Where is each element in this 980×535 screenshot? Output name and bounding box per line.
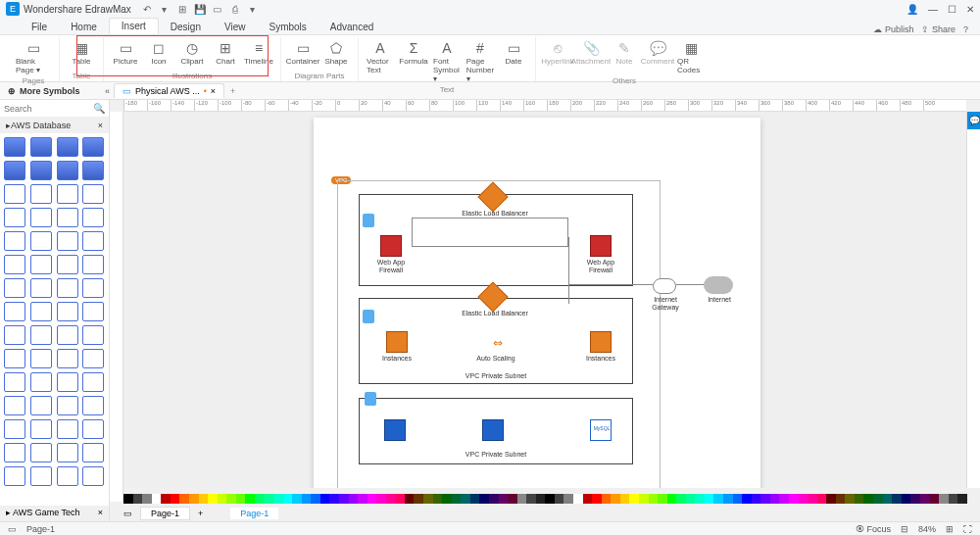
color-swatch[interactable] (479, 494, 489, 504)
new-doc-button[interactable]: + (230, 86, 235, 96)
more-dropdown[interactable]: ▾ (247, 4, 259, 15)
color-swatch[interactable] (883, 494, 893, 504)
tab-design[interactable]: Design (159, 20, 213, 34)
color-swatch[interactable] (873, 494, 883, 504)
color-bar[interactable] (123, 494, 966, 504)
color-swatch[interactable] (808, 494, 817, 504)
color-swatch[interactable] (620, 494, 630, 504)
formula-button[interactable]: ΣFormula (398, 37, 429, 85)
shape-item[interactable] (82, 137, 104, 157)
zoom-out-icon[interactable]: ⊟ (901, 524, 908, 534)
shape-item[interactable] (4, 466, 25, 486)
color-swatch[interactable] (376, 494, 386, 504)
color-swatch[interactable] (676, 494, 686, 504)
color-swatch[interactable] (789, 494, 799, 504)
inst-right-icon[interactable] (590, 331, 612, 353)
color-swatch[interactable] (592, 494, 602, 504)
color-swatch[interactable] (817, 494, 827, 504)
color-swatch[interactable] (667, 494, 677, 504)
shape-item[interactable] (30, 255, 52, 274)
shape-button[interactable]: ⬠Shape (320, 37, 352, 68)
color-swatch[interactable] (836, 494, 846, 504)
color-swatch[interactable] (245, 494, 255, 504)
waf-right-icon[interactable] (590, 235, 612, 257)
new-icon[interactable]: ⊞ (176, 4, 188, 15)
color-swatch[interactable] (329, 494, 339, 504)
zoom-in-icon[interactable]: ⊞ (946, 524, 954, 534)
color-swatch[interactable] (386, 494, 396, 504)
color-swatch[interactable] (770, 494, 780, 504)
shape-item[interactable] (82, 443, 104, 462)
db-mid-icon[interactable] (482, 419, 504, 441)
color-swatch[interactable] (639, 494, 649, 504)
color-swatch[interactable] (302, 494, 312, 504)
color-swatch[interactable] (339, 494, 349, 504)
tab-file[interactable]: File (20, 20, 59, 34)
canvas[interactable]: VPC Elastic Load Balancer Web App Firewa… (123, 112, 966, 488)
comment-button[interactable]: 💬Comment (642, 37, 673, 76)
color-swatch[interactable] (536, 494, 546, 504)
shape-item[interactable] (30, 325, 52, 345)
shape-item[interactable] (30, 137, 52, 157)
icon-button[interactable]: ◻Icon (143, 37, 174, 68)
color-swatch[interactable] (292, 494, 302, 504)
color-swatch[interactable] (939, 494, 949, 504)
color-swatch[interactable] (236, 494, 246, 504)
waf-left-icon[interactable] (380, 235, 402, 257)
color-swatch[interactable] (742, 494, 752, 504)
shape-item[interactable] (57, 325, 78, 345)
shape-item[interactable] (57, 372, 78, 392)
shape-item[interactable] (4, 443, 25, 462)
shape-item[interactable] (30, 208, 52, 227)
shape-item[interactable] (82, 349, 104, 368)
color-swatch[interactable] (705, 494, 714, 504)
shape-item[interactable] (4, 278, 25, 298)
color-swatch[interactable] (902, 494, 911, 504)
internet-icon[interactable] (704, 276, 733, 294)
color-swatch[interactable] (123, 494, 133, 504)
color-swatch[interactable] (171, 494, 180, 504)
page-tab-1[interactable]: Page-1 (140, 507, 190, 520)
color-swatch[interactable] (489, 494, 499, 504)
shape-item[interactable] (30, 278, 52, 298)
color-swatch[interactable] (452, 494, 462, 504)
color-swatch[interactable] (611, 494, 620, 504)
color-swatch[interactable] (442, 494, 452, 504)
shape-item[interactable] (4, 161, 25, 180)
inst-left-icon[interactable] (386, 331, 408, 353)
shape-item[interactable] (57, 349, 78, 368)
color-swatch[interactable] (349, 494, 359, 504)
doc-tab[interactable]: ▭ Physical AWS ... • × (114, 83, 224, 98)
shape-item[interactable] (30, 302, 52, 321)
color-swatch[interactable] (573, 494, 583, 504)
picture-button[interactable]: ▭Picture (110, 37, 141, 68)
color-swatch[interactable] (555, 494, 564, 504)
search-input[interactable] (4, 104, 82, 114)
note-button[interactable]: ✎Note (609, 37, 640, 76)
shape-item[interactable] (57, 255, 78, 274)
attachment-button[interactable]: 📎Attachment (575, 37, 607, 76)
tab-view[interactable]: View (213, 20, 258, 34)
container-button[interactable]: ▭Container (287, 37, 318, 68)
color-swatch[interactable] (470, 494, 480, 504)
shape-item[interactable] (82, 278, 104, 298)
add-page-button[interactable]: + (198, 509, 203, 518)
color-swatch[interactable] (423, 494, 433, 504)
color-swatch[interactable] (142, 494, 152, 504)
color-swatch[interactable] (358, 494, 368, 504)
shape-item[interactable] (82, 184, 104, 204)
save-icon[interactable]: 💾 (194, 4, 206, 15)
shape-item[interactable] (30, 184, 52, 204)
shape-item[interactable] (4, 325, 25, 345)
color-swatch[interactable] (226, 494, 236, 504)
color-swatch[interactable] (218, 494, 227, 504)
color-swatch[interactable] (433, 494, 443, 504)
shape-item[interactable] (30, 372, 52, 392)
color-swatch[interactable] (311, 494, 320, 504)
publish-button[interactable]: ☁ Publish (873, 24, 913, 34)
color-swatch[interactable] (949, 494, 958, 504)
color-swatch[interactable] (845, 494, 855, 504)
shape-item[interactable] (57, 396, 78, 415)
shape-item[interactable] (4, 349, 25, 368)
tab-insert[interactable]: Insert (109, 18, 159, 34)
